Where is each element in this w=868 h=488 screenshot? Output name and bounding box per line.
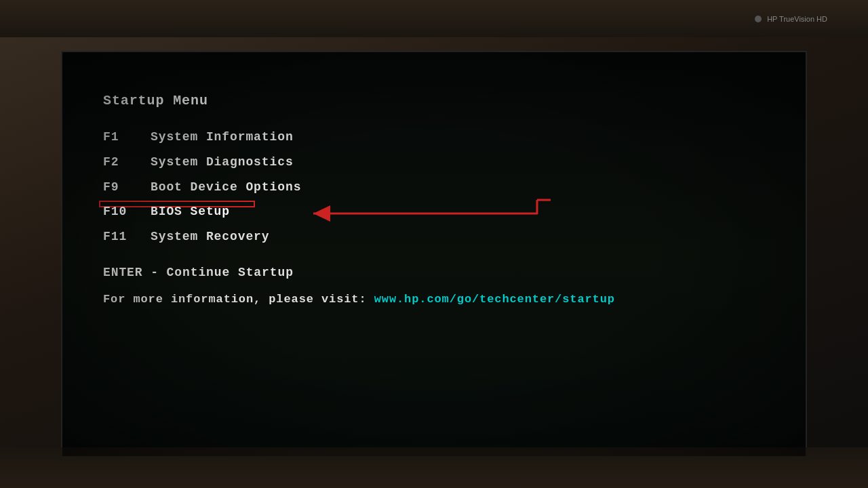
arrow-annotation <box>252 197 578 230</box>
camera-label: HP TrueVision HD <box>767 15 827 23</box>
info-text: For more information, please visit: <box>103 293 367 306</box>
menu-key-f9: F9 <box>103 178 151 197</box>
menu-key-f11: F11 <box>103 227 151 247</box>
menu-item-f9[interactable]: F9 Boot Device Options <box>103 178 765 197</box>
menu-key-f10: F10 <box>103 202 151 222</box>
menu-item-f1[interactable]: F1 System Information <box>103 127 765 147</box>
menu-desc-f9: Boot Device Options <box>151 178 301 197</box>
menu-key-f2: F2 <box>103 152 151 172</box>
menu-key-f1: F1 <box>103 127 151 147</box>
bios-screen: Startup Menu F1 System Information F2 Sy… <box>61 51 807 458</box>
bios-title: Startup Menu <box>103 93 765 108</box>
svg-marker-0 <box>313 205 330 222</box>
enter-line: ENTER - Continue Startup <box>103 266 765 279</box>
enter-text: ENTER - Continue Startup <box>103 266 294 279</box>
camera-dot <box>755 16 762 22</box>
menu-desc-f1: System Information <box>151 127 294 147</box>
menu-item-f2[interactable]: F2 System Diagnostics <box>103 152 765 172</box>
info-url: www.hp.com/go/techcenter/startup <box>374 293 615 306</box>
camera-area: HP TrueVision HD <box>755 15 827 23</box>
top-bezel: HP TrueVision HD <box>0 0 868 37</box>
laptop-frame: HP TrueVision HD Startup Menu F1 System … <box>0 0 868 488</box>
menu-item-f10[interactable]: F10 BIOS Setup <box>103 202 765 222</box>
menu-desc-f2: System Diagnostics <box>151 152 294 172</box>
bios-content: Startup Menu F1 System Information F2 Sy… <box>103 93 765 429</box>
info-line: For more information, please visit: www.… <box>103 293 765 306</box>
menu-desc-f10: BIOS Setup <box>151 202 230 222</box>
bottom-bezel <box>0 447 868 488</box>
